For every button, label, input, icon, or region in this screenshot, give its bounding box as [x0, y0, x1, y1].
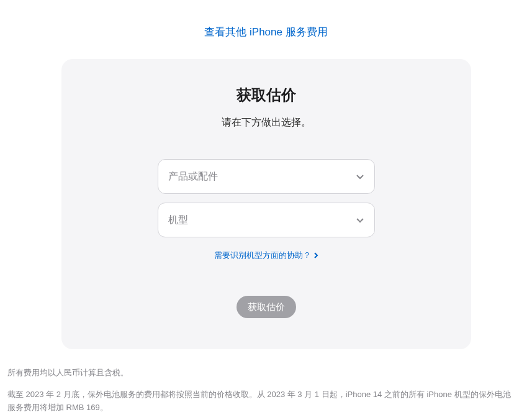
- footer-line-2-highlight: 费用将增加 RMB 169。: [24, 403, 108, 412]
- get-estimate-button[interactable]: 获取估价: [237, 296, 296, 318]
- model-select[interactable]: 机型: [158, 203, 375, 237]
- card-title: 获取估价: [86, 85, 446, 105]
- footer-line-1: 所有费用均以人民币计算且含税。: [7, 367, 516, 380]
- page-container: 查看其他 iPhone 服务费用 获取估价 请在下方做出选择。 产品或配件 机型…: [0, 0, 532, 412]
- estimate-card: 获取估价 请在下方做出选择。 产品或配件 机型 需要识别机型方面的协助？: [61, 59, 471, 349]
- chevron-down-icon: [356, 172, 364, 181]
- footer-line-2: 截至 2023 年 2 月底，保外电池服务的费用都将按照当前的价格收取。从 20…: [7, 388, 516, 412]
- chevron-down-icon: [356, 216, 364, 224]
- model-select-placeholder: 机型: [168, 214, 188, 227]
- identify-model-help-link[interactable]: 需要识别机型方面的协助？: [86, 250, 446, 261]
- card-subtitle: 请在下方做出选择。: [86, 116, 446, 129]
- chevron-right-icon: [313, 252, 318, 259]
- other-services-link[interactable]: 查看其他 iPhone 服务费用: [0, 25, 532, 39]
- model-select-wrapper: 机型: [158, 203, 375, 237]
- product-select[interactable]: 产品或配件: [158, 159, 375, 194]
- footer-notes: 所有费用均以人民币计算且含税。 截至 2023 年 2 月底，保外电池服务的费用…: [7, 367, 516, 412]
- product-select-placeholder: 产品或配件: [168, 170, 218, 183]
- help-link-text: 需要识别机型方面的协助？: [214, 250, 311, 261]
- product-select-wrapper: 产品或配件: [158, 159, 375, 194]
